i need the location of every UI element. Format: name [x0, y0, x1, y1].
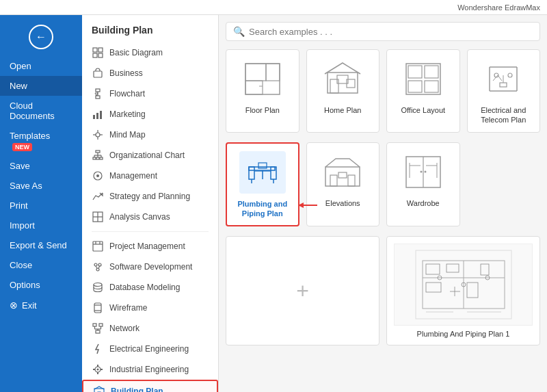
template-home-plan[interactable]: Home Plan: [306, 49, 380, 133]
svg-rect-1: [98, 48, 103, 52]
basic-icon: [92, 47, 104, 59]
template-wardrobe[interactable]: Wardrobe: [386, 142, 460, 227]
nav-close[interactable]: Close: [0, 255, 82, 275]
nav-cloud[interactable]: Cloud Documents: [0, 96, 82, 126]
new-blank-button[interactable]: +: [226, 236, 379, 345]
elevations-label: Elevations: [325, 198, 360, 208]
app-title: Wondershare EdrawMax: [457, 3, 540, 12]
svg-point-12: [96, 133, 100, 137]
search-bar[interactable]: 🔍: [226, 22, 540, 41]
preview-label: Plumbing And Piping Plan 1: [417, 330, 510, 338]
template-electrical-telecom[interactable]: Electrical and Telecom Plan: [467, 49, 541, 133]
preview-image-area: [394, 244, 533, 326]
svg-rect-9: [93, 115, 95, 119]
template-grid-row2: Plumbing and Piping Plan: [226, 142, 540, 227]
svg-rect-63: [266, 64, 280, 81]
template-plumbing-piping[interactable]: Plumbing and Piping Plan: [226, 142, 299, 227]
cat-industrial[interactable]: Industrial Engineering: [82, 359, 218, 380]
svg-rect-57: [94, 389, 104, 392]
svg-rect-5: [96, 89, 100, 92]
svg-rect-73: [408, 81, 422, 92]
mindmap-icon: [92, 129, 104, 141]
plumbing-piping-icon-area: [239, 151, 286, 195]
wireframe-icon: [92, 302, 104, 314]
svg-rect-88: [258, 163, 267, 168]
svg-point-27: [96, 174, 99, 177]
nav-save[interactable]: Save: [0, 156, 82, 176]
template-office-layout[interactable]: Office Layout: [386, 49, 460, 133]
svg-rect-3: [98, 53, 103, 57]
nav-open[interactable]: Open: [0, 56, 82, 76]
office-layout-label: Office Layout: [401, 105, 445, 115]
svg-rect-85: [271, 167, 276, 179]
cat-mindmap[interactable]: Mind Map: [82, 125, 218, 145]
svg-rect-96: [338, 172, 347, 178]
left-sidebar: ← Open New Cloud Documents Templates NEW…: [0, 15, 82, 392]
sidebar-title: Building Plan: [82, 22, 218, 42]
svg-rect-95: [348, 175, 355, 186]
nav-export[interactable]: Export & Send: [0, 235, 82, 255]
empty-grid-cell: [467, 142, 541, 227]
svg-point-80: [508, 73, 512, 77]
template-floor-plan[interactable]: Floor Plan: [226, 49, 299, 133]
preview-card[interactable]: Plumbing And Piping Plan 1: [386, 236, 540, 345]
new-badge: NEW: [12, 143, 32, 151]
building-icon: [93, 385, 105, 392]
svg-point-40: [94, 283, 102, 287]
marketing-icon: [92, 108, 104, 120]
nav-print[interactable]: Print: [0, 196, 82, 215]
cat-orgchart[interactable]: Organizational Chart: [82, 145, 218, 166]
cat-business[interactable]: Business: [82, 63, 218, 83]
svg-point-52: [97, 369, 99, 371]
svg-point-37: [96, 268, 99, 271]
industrial-icon: [92, 363, 104, 376]
home-plan-icon-area: [319, 57, 366, 101]
cat-analysis[interactable]: Analysis Canvas: [82, 207, 218, 227]
svg-line-39: [98, 266, 100, 268]
cat-wireframe[interactable]: Wireframe: [82, 298, 218, 318]
electrical-icon: [92, 343, 104, 355]
svg-rect-19: [96, 157, 99, 159]
back-button[interactable]: ←: [29, 25, 53, 49]
svg-rect-11: [100, 111, 102, 119]
cat-management[interactable]: Management: [82, 166, 218, 186]
cat-strategy[interactable]: Strategy and Planning: [82, 186, 218, 207]
cat-building[interactable]: Building Plan: [82, 380, 218, 392]
cat-project[interactable]: Project Management: [82, 236, 218, 257]
svg-rect-41: [94, 303, 101, 313]
nav-import[interactable]: Import: [0, 215, 82, 235]
search-icon: 🔍: [233, 26, 245, 37]
svg-rect-62: [245, 64, 266, 81]
cat-network[interactable]: Network: [82, 318, 218, 339]
svg-rect-64: [245, 81, 263, 94]
search-input[interactable]: [249, 27, 533, 37]
svg-rect-17: [96, 151, 100, 153]
svg-marker-92: [298, 202, 304, 208]
strategy-icon: [92, 190, 104, 202]
category-sidebar: Building Plan Basic Diagram Business Flo…: [82, 15, 219, 392]
svg-rect-74: [425, 81, 438, 92]
cat-marketing[interactable]: Marketing: [82, 104, 218, 125]
elevations-icon-area: [319, 150, 366, 194]
svg-rect-45: [99, 324, 103, 326]
template-elevations[interactable]: Elevations: [306, 142, 380, 227]
business-icon: [92, 67, 104, 79]
wardrobe-icon-area: [399, 150, 447, 194]
svg-point-104: [424, 170, 426, 172]
svg-rect-20: [100, 157, 103, 159]
cat-electrical[interactable]: Electrical Engineering: [82, 339, 218, 359]
cat-software[interactable]: Software Development: [82, 257, 218, 277]
svg-rect-81: [500, 83, 507, 87]
nav-exit[interactable]: ⊗ Exit: [0, 295, 82, 315]
svg-rect-0: [93, 48, 97, 52]
cat-flowchart[interactable]: Flowchart: [82, 83, 218, 104]
nav-templates[interactable]: Templates NEW: [0, 126, 82, 156]
nav-new[interactable]: New: [0, 76, 82, 96]
cat-basic[interactable]: Basic Diagram: [82, 42, 218, 63]
nav-options[interactable]: Options: [0, 275, 82, 295]
cat-database[interactable]: Database Modeling: [82, 277, 218, 298]
floor-plan-icon-area: [239, 57, 286, 101]
network-icon: [92, 322, 104, 335]
database-icon: [92, 281, 104, 293]
nav-saveas[interactable]: Save As: [0, 176, 82, 196]
